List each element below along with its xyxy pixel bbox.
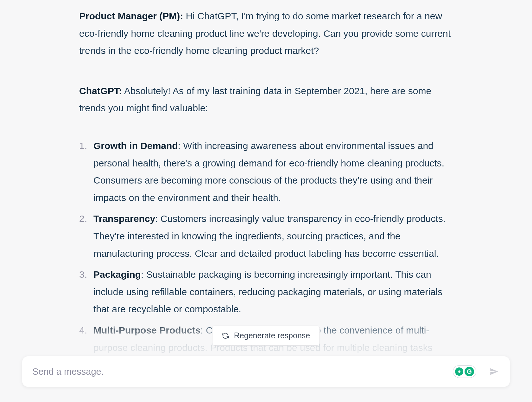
message-input-container: G: [22, 356, 510, 387]
trend-body: : Sustainable packaging is becoming incr…: [93, 269, 442, 314]
send-icon: [490, 367, 498, 376]
trend-list: Growth in Demand: With increasing awaren…: [79, 137, 453, 391]
input-icons-group: G: [453, 365, 500, 378]
message-input[interactable]: [32, 366, 453, 377]
trend-title: Growth in Demand: [93, 140, 178, 151]
grammarly-logo-icon: G: [465, 367, 474, 376]
trend-title: Packaging: [93, 269, 141, 280]
user-speaker-label: Product Manager (PM):: [79, 11, 183, 21]
trend-title: Multi-Purpose Products: [93, 325, 200, 335]
regenerate-label: Regenerate response: [234, 331, 310, 340]
grammarly-badge[interactable]: G: [453, 365, 476, 378]
assistant-intro-body: Absolutely! As of my last training data …: [79, 86, 431, 113]
list-item: Growth in Demand: With increasing awaren…: [79, 137, 453, 206]
user-message: Product Manager (PM): Hi ChatGPT, I'm tr…: [79, 8, 453, 60]
regenerate-button[interactable]: Regenerate response: [212, 326, 320, 346]
assistant-speaker-label: ChatGPT:: [79, 86, 122, 96]
grammarly-arrow-icon: [455, 367, 463, 376]
refresh-icon: [222, 332, 229, 339]
send-button[interactable]: [488, 366, 500, 377]
list-item: Packaging: Sustainable packaging is beco…: [79, 266, 453, 318]
user-message-text: Product Manager (PM): Hi ChatGPT, I'm tr…: [79, 8, 453, 60]
trend-title: Transparency: [93, 213, 155, 224]
list-item: Transparency: Customers increasingly val…: [79, 210, 453, 262]
assistant-intro-text: ChatGPT: Absolutely! As of my last train…: [79, 82, 453, 117]
